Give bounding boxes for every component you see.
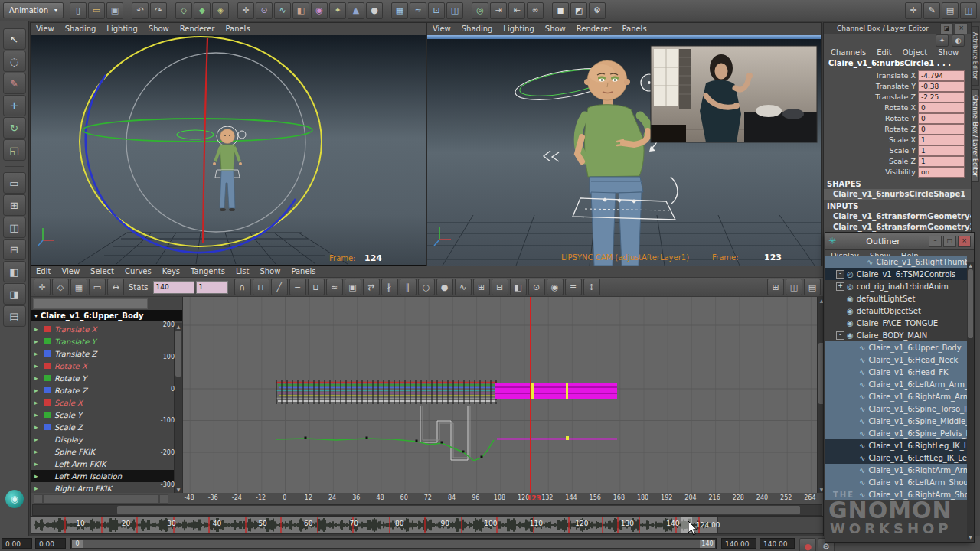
paint-select-tool-icon[interactable]: ✎ bbox=[3, 73, 26, 94]
time-snap-icon[interactable]: ⊞ bbox=[473, 279, 490, 295]
outliner-item-claire-v1-6-rightarm-arm-ik[interactable]: ∿Claire_v1_6:RightArm_Arm_IK bbox=[825, 464, 967, 476]
range-end-handle[interactable]: 140 bbox=[700, 540, 715, 548]
stats-value-field[interactable] bbox=[196, 281, 228, 294]
mask-rendering-icon[interactable]: ▲ bbox=[348, 2, 364, 19]
select-tool-icon[interactable]: ↖ bbox=[3, 28, 26, 50]
outliner-item-claire-v1-6-tsm2controls[interactable]: -◎Claire_v1_6:TSM2Controls bbox=[825, 268, 967, 280]
channel-box-menu-edit[interactable]: Edit bbox=[871, 47, 897, 59]
viewport1-canvas[interactable] bbox=[31, 35, 426, 265]
unify-tangents-icon[interactable]: ∥ bbox=[400, 279, 416, 295]
layout-custom-icon[interactable]: ▤ bbox=[3, 305, 26, 327]
vp2-menu-renderer[interactable]: Renderer bbox=[571, 23, 617, 35]
time-slider[interactable]: 102030405060708090100110120130140 124.00 bbox=[31, 516, 824, 534]
display-speed-icon[interactable]: ✦ bbox=[936, 34, 949, 47]
graph-editor-menu-show[interactable]: Show bbox=[254, 266, 286, 278]
channel-box-menu-channels[interactable]: Channels bbox=[825, 47, 871, 59]
graph-editor-menu-tangents[interactable]: Tangents bbox=[185, 266, 230, 278]
viewport2-canvas[interactable] bbox=[427, 39, 821, 266]
outliner-scrollbar[interactable]: ▲▼ bbox=[967, 262, 974, 540]
template-channel-icon[interactable]: ◧ bbox=[510, 279, 527, 295]
file-save-icon[interactable]: ▣ bbox=[106, 2, 123, 19]
channel-filter-field[interactable] bbox=[33, 298, 148, 309]
graph-editor-menu-view[interactable]: View bbox=[56, 266, 85, 278]
app-logo-icon[interactable]: ◉ bbox=[5, 490, 24, 508]
select-component-mode-icon[interactable]: ◈ bbox=[212, 2, 229, 19]
maximize-button[interactable]: □ bbox=[943, 236, 956, 247]
outliner-item-defaultobjectset[interactable]: ◉defaultObjectSet bbox=[825, 305, 967, 317]
snap-to-curve-icon[interactable]: ≈ bbox=[410, 2, 426, 19]
normalize-curves-icon[interactable]: ↕ bbox=[583, 279, 600, 295]
attribute-value-field[interactable]: -2.25 bbox=[918, 92, 965, 103]
lattice-deform-keys-icon[interactable]: ▦ bbox=[70, 279, 87, 295]
construction-history-icon[interactable]: ∞ bbox=[527, 2, 544, 19]
mask-joints-icon[interactable]: ⊙ bbox=[256, 2, 273, 19]
cb-input-claire-v1-6-transformgeometry3[interactable]: Claire_v1_6:transformGeometry3 bbox=[824, 222, 971, 233]
swap-buffer-icon[interactable]: ⇄ bbox=[363, 279, 380, 295]
outliner-item-claire-v1-6-rightthumb-fing[interactable]: ∿Claire_v1_6:RightThumb_fing... bbox=[825, 256, 967, 268]
mask-misc-icon[interactable]: ● bbox=[366, 2, 383, 19]
scale-tool-icon[interactable]: ◱ bbox=[3, 139, 26, 161]
mask-handles-icon[interactable]: ✛ bbox=[237, 2, 254, 19]
channel-box-menu-show[interactable]: Show bbox=[933, 47, 964, 59]
attribute-value-field[interactable]: 0 bbox=[918, 124, 965, 135]
step-tangent-icon[interactable]: ⊔ bbox=[308, 279, 325, 295]
outliner-item-claire-v1-6-leftleg-ik-leg[interactable]: ∿Claire_v1_6:LeftLeg_IK_Leg bbox=[825, 452, 967, 464]
break-tangents-icon[interactable]: ∦ bbox=[381, 279, 398, 295]
range-slider-track[interactable]: 0 140 bbox=[70, 538, 717, 549]
curve-view[interactable] bbox=[183, 297, 817, 493]
ipr-render-icon[interactable]: ◩ bbox=[570, 2, 587, 19]
vp1-menu-panels[interactable]: Panels bbox=[220, 23, 255, 35]
pin-channel-icon[interactable]: ⊙ bbox=[528, 279, 545, 295]
vp1-menu-shading[interactable]: Shading bbox=[60, 23, 102, 35]
plateau-tangent-icon[interactable]: ≈ bbox=[326, 279, 343, 295]
selected-object-name[interactable]: Claire_v1_6:nurbsCircle1 . . . bbox=[824, 59, 971, 70]
playback-start-field[interactable]: 0.00 bbox=[35, 538, 66, 549]
select-hierarchy-mode-icon[interactable]: ◇ bbox=[175, 2, 192, 19]
attribute-value-field[interactable]: -0.38 bbox=[918, 81, 965, 92]
vp1-menu-renderer[interactable]: Renderer bbox=[175, 23, 220, 35]
graph-editor-menu-edit[interactable]: Edit bbox=[31, 266, 56, 278]
vp2-menu-panels[interactable]: Panels bbox=[616, 23, 652, 35]
outliner-item-claire-v1-6-rightarm-shoul[interactable]: ∿Claire_v1_6:RightArm_Shoul... bbox=[825, 488, 967, 500]
value-snap-icon[interactable]: ⊟ bbox=[492, 279, 508, 295]
input-connections-icon[interactable]: ⇥ bbox=[490, 2, 507, 19]
move-tool-icon[interactable]: ✛ bbox=[3, 95, 26, 116]
make-live-icon[interactable]: ◎ bbox=[472, 2, 488, 19]
file-new-icon[interactable]: ▯ bbox=[70, 2, 87, 19]
attribute-value-field[interactable]: 1 bbox=[918, 135, 965, 145]
graph-editor-menu-panels[interactable]: Panels bbox=[286, 266, 321, 278]
retime-keys-icon[interactable]: ↔ bbox=[107, 279, 124, 295]
layout-three-pane-left-icon[interactable]: ◧ bbox=[3, 261, 26, 282]
outliner-item-claire-v1-6-spine-middle-ik[interactable]: ∿Claire_v1_6:Spine_Middle_IK bbox=[825, 415, 967, 427]
graph-editor-menu-curves[interactable]: Curves bbox=[119, 266, 157, 278]
time-slider-playhead[interactable] bbox=[681, 517, 692, 533]
render-current-frame-icon[interactable]: ◼ bbox=[552, 2, 569, 19]
outliner-item-claire-v1-6-rightleg-ik-leg[interactable]: ∿Claire_v1_6:RightLeg_IK_Leg bbox=[825, 439, 967, 452]
layout-three-pane-right-icon[interactable]: ◨ bbox=[3, 283, 26, 305]
select-object-mode-icon[interactable]: ◆ bbox=[194, 2, 211, 19]
graph-editor-menu-keys[interactable]: Keys bbox=[157, 266, 185, 278]
toggle-panels-icon[interactable]: ◫ bbox=[960, 2, 977, 19]
output-connections-icon[interactable]: ⇤ bbox=[508, 2, 525, 19]
panel-options-icon[interactable]: ▤ bbox=[804, 279, 821, 295]
layout-two-pane-stacked-icon[interactable]: ⊟ bbox=[3, 239, 26, 260]
channel-hscroll[interactable] bbox=[43, 494, 159, 504]
mask-dynamics-icon[interactable]: ✦ bbox=[329, 2, 346, 19]
attribute-value-field[interactable]: 0 bbox=[918, 103, 965, 113]
channel-box-titlebar[interactable]: Channel Box / Layer Editor ◪× bbox=[824, 23, 971, 34]
snap-to-plane-icon[interactable]: ◫ bbox=[446, 2, 463, 19]
lasso-select-tool-icon[interactable]: ◌ bbox=[3, 51, 26, 72]
layout-single-pane-icon[interactable]: ▭ bbox=[3, 172, 26, 194]
outliner-item-defaultlightset[interactable]: ◉defaultLightSet bbox=[825, 292, 967, 305]
outliner-item-claire-face-tongue[interactable]: ◉Claire_FACE_TONGUE bbox=[825, 317, 967, 329]
dock-panel-icon[interactable]: ◪ bbox=[940, 23, 953, 34]
attribute-value-field[interactable]: 0 bbox=[918, 113, 965, 124]
rotate-tool-icon[interactable]: ↻ bbox=[3, 117, 26, 139]
outliner-item-claire-v1-6-spine-pelvis-ik[interactable]: ∿Claire_v1_6:Spine_Pelvis_IK bbox=[825, 427, 967, 439]
outliner-titlebar[interactable]: ✳ Outliner –□× bbox=[825, 233, 974, 250]
move-nearest-key-icon[interactable]: ✛ bbox=[34, 279, 51, 295]
attribute-value-field[interactable]: 1 bbox=[918, 145, 965, 156]
vp2-menu-shading[interactable]: Shading bbox=[456, 23, 498, 35]
snap-to-grid-icon[interactable]: ▦ bbox=[391, 2, 408, 19]
free-tangent-weight-icon[interactable]: ○ bbox=[418, 279, 435, 295]
